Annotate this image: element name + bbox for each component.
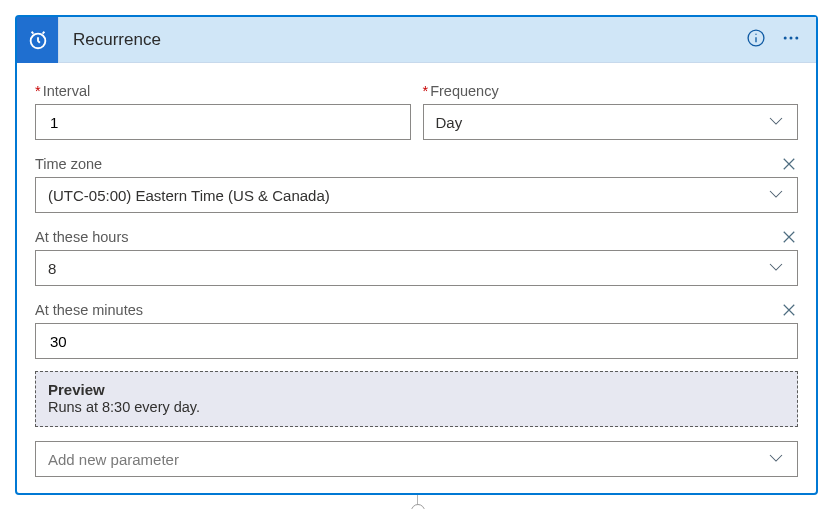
chevron-down-icon — [767, 112, 785, 133]
frequency-select[interactable]: Day — [423, 104, 799, 140]
hours-select[interactable]: 8 — [35, 250, 798, 286]
card-body: *Interval *Frequency Day — [17, 63, 816, 493]
chevron-down-icon — [767, 185, 785, 206]
info-icon[interactable] — [746, 28, 766, 51]
add-step-handle[interactable] — [411, 504, 425, 509]
frequency-label: *Frequency — [423, 83, 499, 99]
timezone-value: (UTC-05:00) Eastern Time (US & Canada) — [48, 187, 330, 204]
chevron-down-icon — [767, 258, 785, 279]
add-parameter-placeholder: Add new parameter — [48, 451, 179, 468]
remove-minutes-button[interactable] — [780, 301, 798, 319]
interval-label: *Interval — [35, 83, 90, 99]
interval-input[interactable] — [48, 113, 398, 132]
minutes-input[interactable] — [48, 332, 785, 351]
hours-field: At these hours 8 — [35, 227, 798, 286]
timezone-field: Time zone (UTC-05:00) Eastern Time (US &… — [35, 154, 798, 213]
recurrence-card: Recurrence *Interval — [15, 15, 818, 495]
card-title: Recurrence — [59, 30, 746, 50]
minutes-input-wrap[interactable] — [35, 323, 798, 359]
svg-point-4 — [784, 37, 787, 40]
preview-box: Preview Runs at 8:30 every day. — [35, 371, 798, 427]
remove-hours-button[interactable] — [780, 228, 798, 246]
preview-title: Preview — [48, 381, 785, 398]
preview-text: Runs at 8:30 every day. — [48, 399, 785, 415]
remove-timezone-button[interactable] — [780, 155, 798, 173]
hours-label: At these hours — [35, 229, 129, 245]
card-header: Recurrence — [17, 17, 816, 63]
interval-field: *Interval — [35, 81, 411, 140]
minutes-label: At these minutes — [35, 302, 143, 318]
svg-point-6 — [795, 37, 798, 40]
clock-icon — [17, 17, 59, 63]
svg-point-3 — [755, 34, 756, 35]
minutes-field: At these minutes — [35, 300, 798, 359]
timezone-select[interactable]: (UTC-05:00) Eastern Time (US & Canada) — [35, 177, 798, 213]
frequency-field: *Frequency Day — [423, 81, 799, 140]
add-parameter-select[interactable]: Add new parameter — [35, 441, 798, 477]
interval-input-wrap[interactable] — [35, 104, 411, 140]
more-icon[interactable] — [780, 28, 802, 51]
frequency-value: Day — [436, 114, 463, 131]
hours-value: 8 — [48, 260, 56, 277]
svg-point-5 — [790, 37, 793, 40]
chevron-down-icon — [767, 449, 785, 470]
timezone-label: Time zone — [35, 156, 102, 172]
